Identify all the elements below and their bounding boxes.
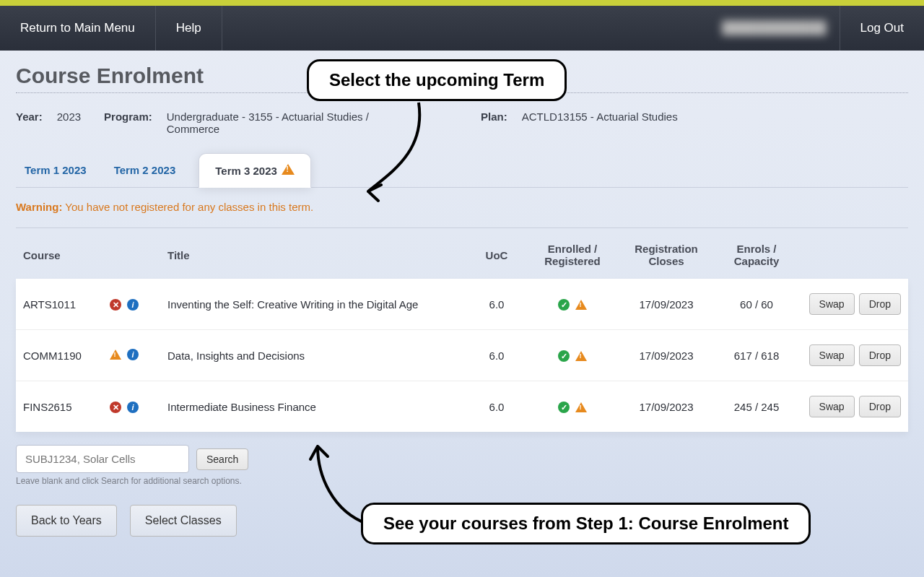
check-icon: ✓	[558, 402, 570, 413]
table-row: COMM1190iData, Insights and Decisions6.0…	[16, 330, 908, 381]
return-main-menu[interactable]: Return to Main Menu	[0, 6, 156, 51]
back-to-years-button[interactable]: Back to Years	[16, 505, 117, 537]
info-icon[interactable]: i	[127, 349, 139, 360]
reg-closes-value: 17/09/2023	[619, 381, 713, 433]
user-name-blurred: ████████████	[709, 6, 840, 51]
col-reg-closes: Registration Closes	[619, 228, 713, 279]
year-label: Year:	[16, 110, 43, 135]
col-course: Course	[16, 228, 103, 279]
top-nav: Return to Main Menu Help ████████████ Lo…	[0, 6, 924, 51]
help-link[interactable]: Help	[156, 6, 222, 51]
info-icon[interactable]: i	[127, 402, 139, 413]
accent-bar	[0, 0, 924, 6]
callout-select-term: Select the upcoming Term	[307, 59, 567, 101]
select-classes-button[interactable]: Select Classes	[130, 505, 237, 537]
term-tab-0[interactable]: Term 1 2023	[20, 154, 91, 186]
course-code: FINS2615	[16, 381, 103, 433]
search-button[interactable]: Search	[196, 448, 248, 470]
swap-button[interactable]: Swap	[809, 396, 855, 417]
year-value: 2023	[57, 110, 81, 135]
error-icon: ✕	[110, 299, 121, 311]
drop-button[interactable]: Drop	[859, 396, 901, 417]
col-capacity: Enrols / Capacity	[713, 228, 800, 279]
warning-icon	[575, 402, 587, 412]
drop-button[interactable]: Drop	[859, 344, 901, 366]
search-hint: Leave blank and click Search for additio…	[16, 476, 908, 499]
term-tab-2[interactable]: Term 3 2023	[199, 153, 311, 188]
swap-button[interactable]: Swap	[809, 293, 855, 315]
course-title: Intermediate Business Finance	[160, 381, 468, 433]
swap-button[interactable]: Swap	[809, 344, 855, 366]
arrow-to-tab-icon	[346, 94, 448, 209]
uoc-value: 6.0	[468, 381, 526, 433]
uoc-value: 6.0	[468, 279, 526, 330]
program-label: Program:	[104, 110, 152, 135]
course-search-input[interactable]	[16, 445, 189, 473]
term-tabs: Term 1 2023Term 2 2023Term 3 2023	[16, 148, 908, 188]
capacity-value: 60 / 60	[713, 279, 800, 330]
drop-button[interactable]: Drop	[859, 293, 901, 315]
course-code: ARTS1011	[16, 279, 103, 330]
plan-value: ACTLD13155 - Actuarial Studies	[522, 110, 678, 135]
table-row: FINS2615✕iIntermediate Business Finance6…	[16, 381, 908, 433]
col-enrolled: Enrolled / Registered	[526, 228, 619, 279]
col-title: Title	[160, 228, 468, 279]
term-tab-1[interactable]: Term 2 2023	[110, 154, 180, 186]
col-uoc: UoC	[468, 228, 526, 279]
context-info-row: Year: 2023 Program: Undergraduate - 3155…	[16, 93, 908, 148]
reg-closes-value: 17/09/2023	[619, 330, 713, 381]
course-title: Data, Insights and Decisions	[160, 330, 468, 381]
course-table: Course Title UoC Enrolled / Registered R…	[16, 227, 908, 432]
info-icon[interactable]: i	[127, 299, 139, 311]
logout-link[interactable]: Log Out	[840, 6, 925, 51]
plan-label: Plan:	[481, 110, 507, 135]
reg-closes-value: 17/09/2023	[619, 279, 713, 330]
uoc-value: 6.0	[468, 330, 526, 381]
course-title: Inventing the Self: Creative Writing in …	[160, 279, 468, 330]
warning-message: Warning: You have not registered for any…	[16, 188, 908, 219]
warning-icon	[282, 164, 295, 175]
check-icon: ✓	[558, 299, 570, 311]
capacity-value: 245 / 245	[713, 381, 800, 433]
warning-icon	[110, 350, 121, 360]
course-code: COMM1190	[16, 330, 103, 381]
error-icon: ✕	[110, 402, 121, 413]
capacity-value: 617 / 618	[713, 330, 800, 381]
warning-icon	[575, 300, 587, 310]
callout-see-courses: See your courses from Step 1: Course Enr…	[361, 503, 811, 545]
check-icon: ✓	[558, 350, 570, 362]
table-row: ARTS1011✕iInventing the Self: Creative W…	[16, 279, 908, 330]
warning-icon	[575, 351, 587, 361]
